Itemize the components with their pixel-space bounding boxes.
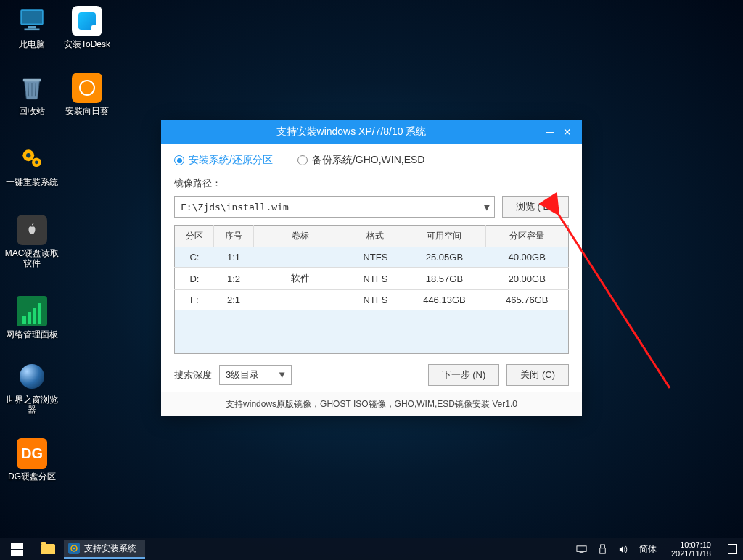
cell-capacity: 20.00GB (485, 268, 568, 290)
minimize-button[interactable]: ─ (541, 123, 559, 141)
svg-point-14 (73, 548, 75, 549)
desktop-icon-net-panel[interactable]: 网络管理面板 (4, 296, 59, 339)
desktop-icon-label: 此电脑 (4, 39, 59, 49)
table-row[interactable]: D:1:2软件NTFS18.57GB20.00GB (175, 268, 569, 290)
desktop-icon-dg[interactable]: DG DG硬盘分区 (4, 438, 59, 482)
svg-rect-18 (600, 548, 606, 553)
th-format: 格式 (348, 226, 403, 247)
svg-rect-2 (28, 26, 36, 29)
bars-icon (17, 296, 47, 326)
search-depth-value: 3级目录 (226, 368, 259, 382)
cell-free: 446.13GB (403, 290, 485, 310)
th-partition: 分区 (175, 226, 214, 247)
apple-drive-icon (17, 215, 47, 245)
clock-date: 2021/11/18 (671, 549, 711, 558)
cell-format: NTFS (348, 290, 403, 310)
image-path-value: F:\Zjds\install.wim (181, 202, 289, 213)
start-button[interactable] (0, 538, 33, 560)
cell-partition: C: (175, 247, 214, 268)
tray-usb-icon[interactable] (597, 544, 608, 555)
svg-rect-1 (22, 11, 42, 24)
system-tray: 简体 10:07:10 2021/11/18 (576, 538, 743, 560)
tray-volume-icon[interactable] (618, 544, 629, 555)
svg-rect-3 (25, 29, 40, 31)
search-depth-select[interactable]: 3级目录 ▼ (219, 365, 292, 385)
table-row[interactable]: F:2:1NTFS446.13GB465.76GB (175, 290, 569, 310)
globe-icon (17, 361, 47, 392)
notification-center-button[interactable] (726, 538, 739, 560)
th-free: 可用空间 (403, 226, 485, 247)
cell-index: 1:1 (214, 247, 253, 268)
browse-button[interactable]: 浏览 ( B ) (502, 196, 569, 218)
desktop-icon-sunflower[interactable]: 安装向日葵 (59, 73, 115, 116)
radio-label: 备份系统/GHO,WIN,ESD (312, 154, 425, 167)
radio-install-restore[interactable]: 安装系统/还原分区 (174, 154, 273, 167)
notification-icon (728, 544, 737, 554)
close-window-button[interactable]: ✕ (559, 123, 576, 141)
radio-dot-icon (297, 155, 308, 165)
desktop-icon-label: 网络管理面板 (4, 329, 59, 339)
dialog-titlebar[interactable]: 支持安装windows XP/7/8/10 系统 ─ ✕ (161, 120, 582, 144)
taskbar-file-explorer[interactable] (33, 538, 62, 560)
desktop-icon-recycle-bin[interactable]: 回收站 (4, 73, 59, 116)
install-dialog: 支持安装windows XP/7/8/10 系统 ─ ✕ 安装系统/还原分区 备… (161, 120, 582, 416)
desktop: 此电脑 回收站 一键重装系统 MAC硬盘读取软件 网络管理面板 世界之窗浏览器 … (0, 0, 743, 538)
table-header-row: 分区 序号 卷标 格式 可用空间 分区容量 (175, 226, 569, 247)
trash-icon (17, 73, 47, 103)
image-path-select[interactable]: F:\Zjds\install.wim ▼ (174, 196, 495, 218)
th-capacity: 分区容量 (485, 226, 568, 247)
svg-rect-17 (601, 544, 605, 548)
desktop-icon-label: MAC硬盘读取软件 (4, 248, 59, 269)
next-button[interactable]: 下一步 (N) (428, 364, 500, 386)
desktop-icon-world-browser[interactable]: 世界之窗浏览器 (4, 361, 59, 416)
cell-capacity: 465.76GB (485, 290, 568, 310)
cell-format: NTFS (348, 268, 403, 290)
cell-format: NTFS (348, 247, 403, 268)
desktop-icon-label: 世界之窗浏览器 (4, 395, 59, 416)
dialog-footer: 支持windows原版镜像，GHOST ISO镜像，GHO,WIM,ESD镜像安… (161, 392, 582, 416)
monitor-icon (17, 6, 47, 36)
clock-time: 10:07:10 (671, 540, 711, 549)
dialog-title: 支持安装windows XP/7/8/10 系统 (161, 125, 541, 139)
tray-display-icon[interactable] (576, 544, 587, 555)
taskbar-clock[interactable]: 10:07:10 2021/11/18 (667, 540, 715, 558)
folder-icon (41, 544, 55, 554)
close-button[interactable]: 关闭 (C) (506, 364, 569, 386)
cell-free: 18.57GB (403, 268, 485, 290)
tray-ime-indicator[interactable]: 简体 (639, 543, 657, 556)
cell-partition: D: (175, 268, 214, 290)
desktop-icon-label: 安装向日葵 (59, 106, 115, 116)
svg-rect-16 (580, 552, 584, 553)
desktop-icon-todesk[interactable]: 安装ToDesk (59, 6, 115, 49)
windows-icon (11, 543, 23, 556)
dg-icon: DG (17, 438, 47, 469)
desktop-icon-this-pc[interactable]: 此电脑 (4, 6, 59, 49)
cell-capacity: 40.00GB (485, 247, 568, 268)
cell-free: 25.05GB (403, 247, 485, 268)
table-row[interactable]: C:1:1NTFS25.05GB40.00GB (175, 247, 569, 268)
desktop-icon-reinstall[interactable]: 一键重装系统 (4, 144, 59, 187)
desktop-icon-mac-reader[interactable]: MAC硬盘读取软件 (4, 215, 59, 269)
desktop-icon-label: DG硬盘分区 (4, 472, 59, 482)
radio-dot-icon (174, 155, 184, 165)
next-button-label: 下一步 (N) (442, 368, 486, 382)
gears-icon (17, 144, 47, 174)
dialog-body: 安装系统/还原分区 备份系统/GHO,WIN,ESD 镜像路径： F:\Zjds… (161, 144, 582, 392)
image-path-label: 镜像路径： (174, 177, 569, 190)
dropdown-arrow-icon: ▼ (484, 202, 490, 213)
desktop-icon-label: 安装ToDesk (59, 39, 115, 49)
svg-point-10 (26, 153, 30, 157)
th-volume: 卷标 (253, 226, 348, 247)
radio-label: 安装系统/还原分区 (189, 154, 273, 167)
radio-backup[interactable]: 备份系统/GHO,WIN,ESD (297, 154, 425, 167)
svg-rect-15 (577, 545, 586, 551)
taskbar: 支持安装系统 简体 10:07:10 2021/11/18 (0, 538, 743, 560)
search-depth-label: 搜索深度 (174, 368, 212, 382)
taskbar-app-label: 支持安装系统 (84, 543, 136, 555)
cell-index: 1:2 (214, 268, 253, 290)
partition-table: 分区 序号 卷标 格式 可用空间 分区容量 C:1:1NTFS25.05GB40… (174, 225, 569, 354)
desktop-icon-label: 一键重装系统 (4, 177, 59, 187)
taskbar-app-installer[interactable]: 支持安装系统 (64, 540, 145, 559)
cell-index: 2:1 (214, 290, 253, 310)
browse-button-label: 浏览 ( B ) (516, 200, 555, 213)
